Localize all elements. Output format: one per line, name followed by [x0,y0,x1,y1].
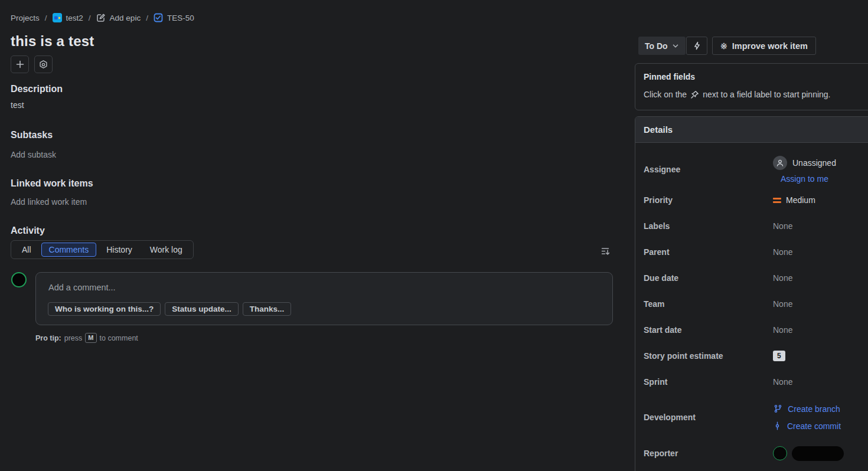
assign-to-me-link[interactable]: Assign to me [781,174,828,184]
breadcrumb-separator: / [146,14,148,22]
pro-tip-suffix: to comment [100,334,138,342]
pinned-fields-hint-before: Click on the [644,90,687,99]
field-row-sprint: Sprint None [644,369,868,395]
details-body: Assignee Unassigned Assign to me [635,143,868,467]
status-dropdown[interactable]: To Do [638,37,686,55]
due-date-value[interactable]: None [773,273,792,283]
priority-label: Priority [644,195,773,205]
details-panel: Details Assignee Unassigned Ass [635,116,868,471]
git-commit-icon [773,421,782,430]
description-body[interactable]: test [11,100,24,110]
breadcrumb-projects[interactable]: Projects [11,14,40,22]
current-user-avatar[interactable] [11,272,27,287]
development-label: Development [644,413,773,422]
hexagon-settings-icon [38,60,48,70]
breadcrumb-add-epic-label: Add epic [110,14,141,22]
comment-placeholder: Add a comment... [48,283,116,292]
add-linked-work-item-button[interactable]: Add linked work item [11,197,87,207]
breadcrumb: Projects / test2 / Add epic / [11,13,194,22]
page-title[interactable]: this is a test [11,33,94,50]
automation-button[interactable] [686,37,707,55]
breadcrumb-project[interactable]: test2 [53,13,83,22]
chevron-down-icon [672,42,679,50]
team-value[interactable]: None [773,299,792,309]
sprint-label: Sprint [644,377,773,387]
task-checkbox-icon [154,13,163,22]
breadcrumb-project-label: test2 [66,14,83,22]
reporter-avatar [773,446,787,460]
breadcrumb-projects-label: Projects [11,14,40,22]
story-point-estimate-label: Story point estimate [644,351,773,361]
issue-view: Projects / test2 / Add epic / [0,0,868,471]
due-date-label: Due date [644,273,773,283]
activity-tabs: All Comments History Work log [11,240,194,259]
field-row-development: Development Create branch [644,395,868,440]
improve-work-item-button[interactable]: ※ Improve work item [712,37,816,55]
breadcrumb-separator: / [89,14,91,22]
parent-label: Parent [644,247,773,257]
start-date-value[interactable]: None [773,325,792,335]
quick-reply-working-button[interactable]: Who is working on this...? [48,302,161,316]
create-commit-label: Create commit [787,421,841,431]
quick-reply-status-button[interactable]: Status update... [165,302,239,316]
field-row-priority: Priority Medium [644,187,868,213]
configure-button[interactable] [34,55,53,73]
tab-all[interactable]: All [14,243,39,257]
field-row-assignee: Assignee Unassigned Assign to me [644,152,868,187]
comment-input[interactable]: Add a comment... Who is working on this.… [35,272,613,325]
story-point-badge[interactable]: 5 [773,351,785,361]
sprint-value[interactable]: None [773,377,792,387]
improve-work-item-label: Improve work item [732,41,808,51]
subtasks-heading: Subtasks [11,130,53,140]
pro-tip-label: Pro tip: [35,334,61,342]
parent-value[interactable]: None [773,247,792,257]
pin-icon [690,90,699,99]
tab-comments[interactable]: Comments [41,243,97,257]
details-title: Details [644,125,673,135]
project-avatar-icon [53,13,62,22]
keyboard-shortcut-m: M [85,333,96,343]
field-row-parent: Parent None [644,239,868,265]
breadcrumb-add-epic[interactable]: Add epic [96,13,141,22]
start-date-label: Start date [644,325,773,335]
details-header[interactable]: Details [635,117,868,143]
edit-icon [96,13,106,22]
labels-value[interactable]: None [773,221,792,231]
field-row-reporter: Reporter [644,440,868,467]
priority-value[interactable]: Medium [773,195,815,205]
pinned-fields-hint: Click on the next to a field label to st… [644,90,868,99]
assignee-value-label: Unassigned [792,158,836,168]
comment-quick-replies: Who is working on this...? Status update… [48,302,291,316]
tab-work-log[interactable]: Work log [142,243,190,257]
reporter-value[interactable] [773,446,844,461]
field-row-start-date: Start date None [644,317,868,343]
field-row-team: Team None [644,291,868,317]
priority-value-label: Medium [786,195,815,205]
breadcrumb-issue-key[interactable]: TES-50 [154,13,194,22]
quick-reply-thanks-button[interactable]: Thanks... [243,302,292,316]
create-commit-link[interactable]: Create commit [773,421,841,431]
sort-order-button[interactable] [598,243,614,259]
create-branch-label: Create branch [788,404,840,414]
tab-history[interactable]: History [99,243,140,257]
pinned-fields-panel: Pinned fields Click on the next to a fie… [635,63,868,110]
priority-medium-icon [773,198,781,203]
pinned-fields-hint-after: next to a field label to start pinning. [703,90,830,99]
assignee-label: Assignee [644,165,773,174]
unassigned-avatar-icon [773,156,787,170]
description-heading: Description [11,84,63,94]
pro-tip: Pro tip: press M to comment [35,333,138,343]
labels-label: Labels [644,221,773,231]
title-actions [11,55,53,73]
create-branch-link[interactable]: Create branch [774,404,840,414]
plus-icon [15,60,25,69]
breadcrumb-separator: / [45,14,47,22]
sort-newest-first-icon [601,246,611,256]
reporter-label: Reporter [644,449,773,458]
add-subtask-button[interactable]: Add subtask [11,150,56,159]
status-label: To Do [645,41,668,51]
git-branch-icon [774,404,782,413]
assignee-value[interactable]: Unassigned [773,156,836,170]
add-button[interactable] [11,55,29,73]
pinned-fields-title: Pinned fields [644,72,868,81]
